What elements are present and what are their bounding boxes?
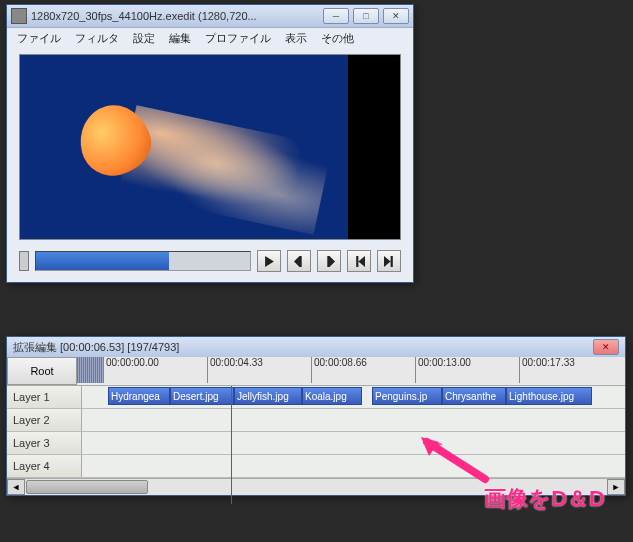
root-button[interactable]: Root (7, 357, 77, 385)
menubar: ファイル フィルタ 設定 編集 プロファイル 表示 その他 (7, 28, 413, 48)
step-fwd-button[interactable] (317, 250, 341, 272)
step-back-button[interactable] (287, 250, 311, 272)
time-ruler[interactable]: 00:00:00.00 00:00:04.33 00:00:08.66 00:0… (77, 357, 625, 383)
transport-controls (7, 246, 413, 282)
layer-label[interactable]: Layer 1 (7, 386, 82, 408)
clip-desert[interactable]: Desert.jpg (170, 387, 234, 405)
app-icon (11, 8, 27, 24)
ruler-tick: 00:00:08.66 (311, 357, 367, 383)
ruler-tick: 00:00:00.00 (103, 357, 159, 383)
layer-track-1[interactable]: Hydrangea Desert.jpg Jellyfish.jpg Koala… (82, 386, 625, 408)
preview-window: 1280x720_30fps_44100Hz.exedit (1280,720.… (6, 4, 414, 283)
titlebar[interactable]: 1280x720_30fps_44100Hz.exedit (1280,720.… (7, 5, 413, 28)
minimize-button[interactable]: ─ (323, 8, 349, 24)
layer-track-2[interactable] (82, 409, 625, 431)
layer-track-3[interactable] (82, 432, 625, 454)
close-button[interactable]: ✕ (383, 8, 409, 24)
layer-label[interactable]: Layer 3 (7, 432, 82, 454)
seek-handle[interactable] (19, 251, 29, 271)
layer-row-3: Layer 3 (7, 432, 625, 455)
ruler-tick: 00:00:04.33 (207, 357, 263, 383)
clip-lighthouse[interactable]: Lighthouse.jpg (506, 387, 592, 405)
menu-view[interactable]: 表示 (279, 29, 313, 48)
video-preview[interactable] (20, 55, 348, 239)
clip-chrysanthemum[interactable]: Chrysanthe (442, 387, 506, 405)
window-title: 1280x720_30fps_44100Hz.exedit (1280,720.… (31, 10, 319, 22)
clip-hydrangea[interactable]: Hydrangea (108, 387, 170, 405)
menu-other[interactable]: その他 (315, 29, 360, 48)
play-button[interactable] (257, 250, 281, 272)
tracks-area: Layer 1 Hydrangea Desert.jpg Jellyfish.j… (7, 386, 625, 478)
menu-profile[interactable]: プロファイル (199, 29, 277, 48)
layer-row-1: Layer 1 Hydrangea Desert.jpg Jellyfish.j… (7, 386, 625, 409)
menu-settings[interactable]: 設定 (127, 29, 161, 48)
menu-file[interactable]: ファイル (11, 29, 67, 48)
layer-label[interactable]: Layer 2 (7, 409, 82, 431)
skip-start-button[interactable] (347, 250, 371, 272)
menu-edit[interactable]: 編集 (163, 29, 197, 48)
clip-koala[interactable]: Koala.jpg (302, 387, 362, 405)
layer-row-2: Layer 2 (7, 409, 625, 432)
maximize-button[interactable]: □ (353, 8, 379, 24)
scroll-left-icon[interactable]: ◄ (7, 479, 25, 495)
seek-bar[interactable] (35, 251, 251, 271)
menu-filter[interactable]: フィルタ (69, 29, 125, 48)
skip-end-button[interactable] (377, 250, 401, 272)
timeline-header: Root 00:00:00.00 00:00:04.33 00:00:08.66… (7, 357, 625, 386)
preview-area (19, 54, 401, 240)
layer-track-4[interactable] (82, 455, 625, 477)
preview-image-tentacles (118, 105, 332, 235)
timeline-body: Root 00:00:00.00 00:00:04.33 00:00:08.66… (7, 357, 625, 495)
layer-label[interactable]: Layer 4 (7, 455, 82, 477)
timeline-title: 拡張編集 [00:00:06.53] [197/4793] (13, 340, 179, 355)
ruler-shade (77, 357, 103, 383)
h-scrollbar[interactable]: ◄ ► (7, 478, 625, 495)
timeline-close-button[interactable]: ✕ (593, 339, 619, 355)
clip-penguins[interactable]: Penguins.jp (372, 387, 442, 405)
timeline-titlebar[interactable]: 拡張編集 [00:00:06.53] [197/4793] ✕ (7, 337, 625, 357)
playhead[interactable] (231, 386, 232, 504)
timeline-window: 拡張編集 [00:00:06.53] [197/4793] ✕ Root 00:… (6, 336, 626, 496)
ruler-tick: 00:00:13.00 (415, 357, 471, 383)
scroll-thumb[interactable] (26, 480, 148, 494)
ruler-tick: 00:00:17.33 (519, 357, 575, 383)
layer-row-4: Layer 4 (7, 455, 625, 478)
clip-jellyfish[interactable]: Jellyfish.jpg (234, 387, 302, 405)
scroll-right-icon[interactable]: ► (607, 479, 625, 495)
seek-fill (36, 252, 169, 270)
